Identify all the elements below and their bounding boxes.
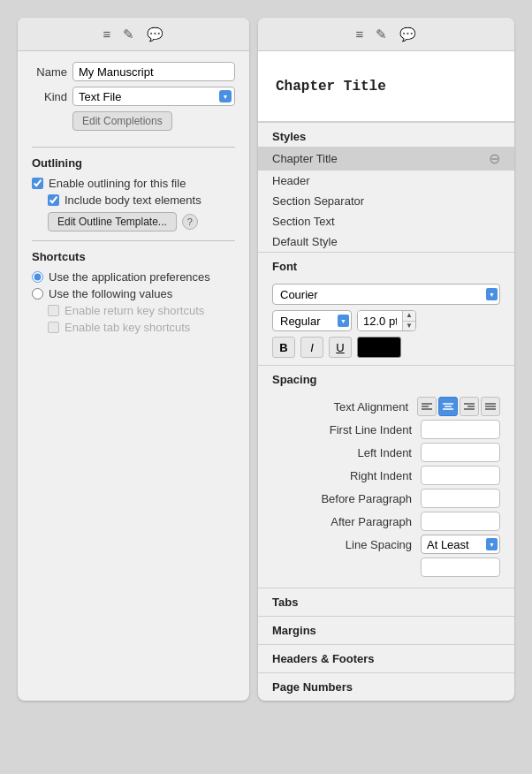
style-item-label: Default Style xyxy=(272,235,338,248)
style-item-label: Chapter Title xyxy=(272,152,338,165)
line-spacing-value-row: ▲ ▼ xyxy=(272,558,500,577)
left-panel-content: Name Kind Text File Script Other Edit Co… xyxy=(18,51,249,348)
headers-footers-title[interactable]: Headers & Footers xyxy=(272,652,375,665)
before-paragraph-row: Before Paragraph ▲ ▼ xyxy=(272,489,500,508)
tabs-section: Tabs xyxy=(258,588,514,616)
style-item-chapter-title[interactable]: Chapter Title ⊖ xyxy=(258,147,514,171)
text-alignment-label: Text Alignment xyxy=(272,400,417,414)
styles-section-title: Styles xyxy=(258,122,514,147)
use-following-label: Use the following values xyxy=(49,287,172,300)
after-paragraph-label: After Paragraph xyxy=(272,515,421,528)
first-line-indent-wrapper: ▲ ▼ xyxy=(421,420,500,439)
style-item-section-separator[interactable]: Section Separator xyxy=(258,191,514,211)
enable-outlining-checkbox[interactable] xyxy=(32,178,43,189)
use-app-prefs-row: Use the application preferences xyxy=(32,270,235,284)
underline-button[interactable]: U xyxy=(329,337,352,358)
style-item-default[interactable]: Default Style xyxy=(258,231,514,252)
first-line-indent-row: First Line Indent ▲ ▼ xyxy=(272,420,500,439)
use-app-prefs-radio[interactable] xyxy=(32,271,43,283)
style-item-section-text[interactable]: Section Text xyxy=(258,211,514,231)
right-panel: ≡ ✎ 💬 Chapter Title Styles Chapter Title… xyxy=(258,18,514,701)
enable-tab-row: Enable tab key shortcuts xyxy=(48,321,235,334)
name-label: Name xyxy=(32,65,67,79)
right-list-icon[interactable]: ≡ xyxy=(356,27,364,42)
align-justify-button[interactable] xyxy=(481,397,500,416)
margins-section: Margins xyxy=(258,616,514,644)
chapter-title-preview: Chapter Title xyxy=(258,51,514,122)
font-style-select[interactable]: Regular Bold Italic Bold Italic xyxy=(272,310,352,331)
kind-select-wrapper: Text File Script Other xyxy=(72,87,235,106)
include-body-row: Include body text elements xyxy=(48,194,235,207)
enable-tab-checkbox-disabled xyxy=(48,322,59,333)
help-button[interactable]: ? xyxy=(182,214,198,230)
align-right-button[interactable] xyxy=(460,397,479,416)
chapter-title-text: Chapter Title xyxy=(276,79,386,95)
edit-completions-button[interactable]: Edit Completions xyxy=(72,111,172,131)
left-indent-label: Left Indent xyxy=(272,446,421,459)
style-item-label: Section Separator xyxy=(272,194,364,208)
line-spacing-label: Line Spacing xyxy=(272,538,421,551)
style-item-label: Section Text xyxy=(272,215,335,228)
headers-footers-section: Headers & Footers xyxy=(258,644,514,672)
style-minus-icon[interactable]: ⊖ xyxy=(489,150,500,167)
enable-tab-label: Enable tab key shortcuts xyxy=(65,321,190,334)
font-family-wrapper: Courier Helvetica Times New Roman xyxy=(272,284,500,305)
margins-title[interactable]: Margins xyxy=(272,624,316,637)
font-style-row: Regular Bold Italic Bold Italic ▲ ▼ xyxy=(272,310,500,331)
spacing-section: Text Alignment xyxy=(258,390,514,588)
styles-list: Chapter Title ⊖ Header Section Separator… xyxy=(258,147,514,252)
first-line-indent-input[interactable] xyxy=(422,421,514,438)
alignment-buttons xyxy=(417,397,500,416)
comment-icon[interactable]: 💬 xyxy=(147,27,163,42)
style-item-header[interactable]: Header xyxy=(258,171,514,191)
font-size-up[interactable]: ▲ xyxy=(403,310,415,322)
font-size-stepper: ▲ ▼ xyxy=(402,310,415,331)
outline-btn-row: Edit Outline Template... ? xyxy=(48,212,235,231)
left-indent-input[interactable] xyxy=(422,444,514,461)
tabs-title[interactable]: Tabs xyxy=(272,596,298,609)
right-edit-icon[interactable]: ✎ xyxy=(376,27,387,42)
align-center-button[interactable] xyxy=(438,397,458,416)
font-size-input[interactable] xyxy=(358,311,402,330)
bold-button[interactable]: B xyxy=(272,337,295,358)
spacing-section-title: Spacing xyxy=(258,365,514,390)
use-following-radio[interactable] xyxy=(32,288,43,300)
font-family-row: Courier Helvetica Times New Roman xyxy=(272,284,500,305)
align-left-button[interactable] xyxy=(417,397,437,416)
before-paragraph-wrapper: ▲ ▼ xyxy=(421,489,500,508)
right-comment-icon[interactable]: 💬 xyxy=(399,27,416,42)
italic-button[interactable]: I xyxy=(300,337,323,358)
font-family-select[interactable]: Courier Helvetica Times New Roman xyxy=(272,284,500,305)
kind-select[interactable]: Text File Script Other xyxy=(72,87,235,106)
font-size-down[interactable]: ▼ xyxy=(403,322,415,332)
enable-return-label: Enable return key shortcuts xyxy=(65,304,204,317)
include-body-label: Include body text elements xyxy=(65,194,201,207)
include-body-checkbox[interactable] xyxy=(48,194,59,206)
before-paragraph-label: Before Paragraph xyxy=(272,492,421,505)
use-app-prefs-label: Use the application preferences xyxy=(49,270,210,284)
name-row: Name xyxy=(32,62,235,81)
font-style-wrapper: Regular Bold Italic Bold Italic xyxy=(272,310,352,331)
outlining-section-title: Outlining xyxy=(32,147,235,170)
style-item-label: Header xyxy=(272,174,310,187)
enable-outlining-label: Enable outlining for this file xyxy=(49,177,186,190)
left-toolbar: ≡ ✎ 💬 xyxy=(18,18,249,51)
after-paragraph-row: After Paragraph ▲ ▼ xyxy=(272,512,500,531)
edit-outline-button[interactable]: Edit Outline Template... xyxy=(48,212,177,231)
after-paragraph-input[interactable] xyxy=(422,513,514,530)
before-paragraph-input[interactable] xyxy=(422,490,514,507)
page-numbers-title[interactable]: Page Numbers xyxy=(272,680,353,694)
color-swatch[interactable] xyxy=(357,337,401,358)
font-format-row: B I U xyxy=(272,337,500,358)
line-spacing-select[interactable]: At Least Exactly Multiple xyxy=(421,535,500,554)
first-line-indent-label: First Line Indent xyxy=(272,423,421,436)
font-section: Courier Helvetica Times New Roman Regula… xyxy=(258,277,514,365)
after-paragraph-wrapper: ▲ ▼ xyxy=(421,512,500,531)
font-section-title: Font xyxy=(258,252,514,277)
line-spacing-select-wrapper: At Least Exactly Multiple xyxy=(421,535,500,554)
right-indent-input[interactable] xyxy=(422,467,514,484)
edit-icon[interactable]: ✎ xyxy=(123,27,134,42)
name-input[interactable] xyxy=(72,62,235,81)
list-icon[interactable]: ≡ xyxy=(103,27,111,42)
line-spacing-value-input[interactable] xyxy=(422,559,514,576)
